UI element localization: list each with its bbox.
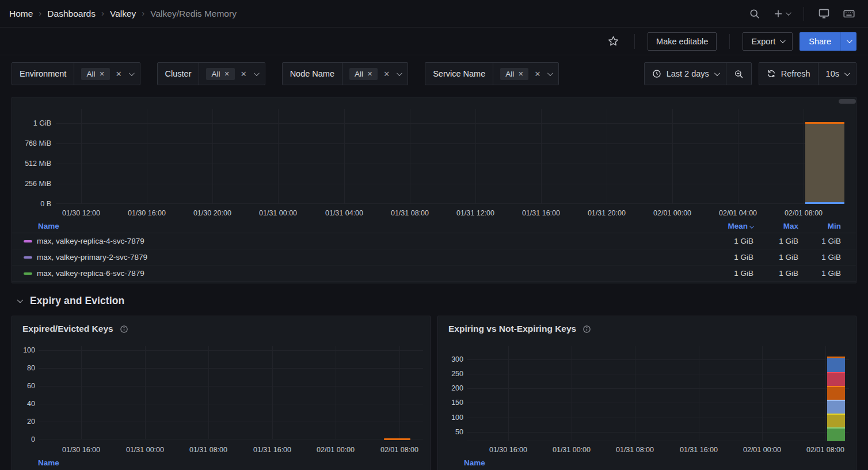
filter-value-dropdown[interactable]: All ✕ ✕ [199, 63, 264, 85]
clear-filter-icon[interactable]: ✕ [241, 70, 247, 78]
y-tick: 150 [451, 398, 463, 407]
gridline [467, 359, 849, 360]
gridline [56, 184, 844, 184]
x-tick: 01/31 16:00 [522, 209, 560, 218]
breadcrumb-home[interactable]: Home [9, 9, 33, 19]
legend-row: max, valkey-replica-4-svc-7879 1 GiB 1 G… [12, 233, 856, 249]
gridline [145, 346, 146, 439]
legend-col-label: Mean [728, 222, 748, 230]
legend-table: Name Mean Max Min max, valkey-replica-4-… [12, 219, 856, 282]
filter-environment: Environment All ✕ ✕ [12, 62, 140, 85]
y-tick: 200 [451, 384, 463, 393]
legend-sort-min[interactable]: Min [798, 222, 841, 230]
y-tick: 50 [455, 427, 463, 437]
gridline [81, 109, 82, 204]
filter-value-dropdown[interactable]: All ✕ ✕ [342, 63, 408, 85]
zoom-out-button[interactable] [726, 63, 751, 85]
clear-filter-icon[interactable]: ✕ [534, 70, 540, 78]
remove-chip-icon[interactable]: ✕ [518, 70, 523, 78]
remove-chip-icon[interactable]: ✕ [224, 70, 230, 78]
series-max: 1 GiB [753, 269, 798, 278]
info-icon[interactable] [583, 325, 591, 333]
stack-seg-light-blue [827, 400, 845, 414]
time-range-picker[interactable]: Last 2 days [645, 63, 726, 85]
y-tick: 256 MiB [25, 179, 51, 188]
gridline [81, 346, 82, 439]
breadcrumb-dashboards[interactable]: Dashboards [47, 9, 96, 19]
legend-sort-name[interactable]: Name [38, 458, 59, 467]
legend-series-toggle[interactable]: max, valkey-primary-2-svc-7879 [24, 253, 702, 261]
legend-row: max, valkey-replica-6-svc-7879 1 GiB 1 G… [12, 266, 856, 282]
filter-label: Cluster [158, 63, 200, 85]
gridline [699, 346, 699, 441]
legend-sort-name[interactable]: Name [464, 458, 485, 467]
x-tick: 01/30 16:00 [62, 445, 100, 454]
add-new-button[interactable] [770, 5, 793, 22]
gridline [825, 346, 826, 441]
filter-chip-label: All [505, 70, 514, 78]
series-min: 1 GiB [798, 269, 841, 278]
share-menu-button[interactable] [840, 32, 856, 51]
clear-filter-icon[interactable]: ✕ [116, 70, 122, 78]
chevron-down-icon [129, 70, 135, 76]
panel-header[interactable]: Expiring vs Not-Expiring Keys [438, 316, 856, 342]
chevron-down-icon [786, 10, 791, 16]
legend-series-toggle[interactable]: max, valkey-replica-4-svc-7879 [24, 237, 702, 245]
expired-plot-area[interactable] [39, 350, 423, 439]
refresh-controls: Refresh 10s [759, 62, 856, 85]
panel-header[interactable]: Expired/Evicted Keys [12, 316, 430, 342]
x-tick: 01/31 08:00 [189, 445, 227, 454]
refresh-interval-picker[interactable]: 10s [818, 63, 856, 85]
y-axis: 300 250 200 150 100 50 [438, 351, 463, 441]
series-mean: 1 GiB [702, 269, 753, 278]
share-button[interactable]: Share [800, 32, 840, 51]
filter-chip[interactable]: All ✕ [349, 68, 378, 80]
filter-value-dropdown[interactable]: All ✕ ✕ [74, 63, 139, 85]
filter-chip[interactable]: All ✕ [81, 68, 109, 80]
gridline [39, 350, 423, 351]
gridline [572, 346, 572, 441]
legend-series-toggle[interactable]: max, valkey-replica-6-svc-7879 [24, 269, 702, 278]
search-icon[interactable] [745, 5, 764, 23]
make-editable-button[interactable]: Make editable [648, 32, 717, 51]
filter-chip[interactable]: All ✕ [500, 68, 528, 80]
filter-chip-label: All [211, 70, 220, 78]
breadcrumb-valkey[interactable]: Valkey [110, 9, 136, 19]
refresh-interval-label: 10s [826, 69, 839, 78]
refresh-button[interactable]: Refresh [759, 63, 818, 85]
filter-label: Service Name [425, 63, 493, 85]
clear-filter-icon[interactable]: ✕ [383, 70, 390, 78]
gridline [672, 109, 673, 204]
chevron-down-icon [714, 70, 720, 76]
series-name: max, valkey-replica-4-svc-7879 [37, 237, 144, 245]
legend-sort-name[interactable]: Name [24, 222, 702, 230]
row-expiry-and-eviction[interactable]: Expiry and Eviction [12, 290, 130, 312]
scrollbar-thumb[interactable] [839, 99, 856, 104]
filter-value-dropdown[interactable]: All ✕ ✕ [493, 63, 558, 85]
gridline [508, 346, 509, 441]
legend-sort-max[interactable]: Max [753, 222, 798, 230]
info-icon[interactable] [120, 325, 128, 333]
keyboard-icon[interactable] [839, 4, 859, 24]
gridline [212, 109, 213, 204]
top-nav: Home › Dashboards › Valkey › Valkey/Redi… [0, 0, 868, 28]
series-color-swatch [24, 240, 32, 242]
star-icon[interactable] [605, 33, 622, 50]
filter-chip-label: All [86, 70, 95, 78]
export-button[interactable]: Export [743, 32, 793, 51]
stacked-bar [827, 357, 845, 441]
expiring-plot-area[interactable] [467, 351, 849, 441]
chevron-down-icon [254, 70, 260, 76]
remove-chip-icon[interactable]: ✕ [367, 70, 372, 78]
y-tick: 20 [27, 417, 35, 426]
legend-sort-mean[interactable]: Mean [702, 222, 753, 230]
series-min: 1 GiB [798, 253, 841, 261]
y-tick: 300 [451, 355, 463, 364]
memory-plot-area[interactable] [56, 112, 844, 204]
panel-memory-usage: 1 GiB 768 MiB 512 MiB 256 MiB 0 B 01/30 … [12, 97, 856, 283]
legend-row: max, valkey-primary-2-svc-7879 1 GiB 1 G… [12, 249, 856, 266]
monitor-icon[interactable] [814, 4, 833, 23]
filter-chip[interactable]: All ✕ [206, 68, 234, 80]
y-tick: 250 [451, 369, 463, 378]
remove-chip-icon[interactable]: ✕ [99, 70, 104, 78]
